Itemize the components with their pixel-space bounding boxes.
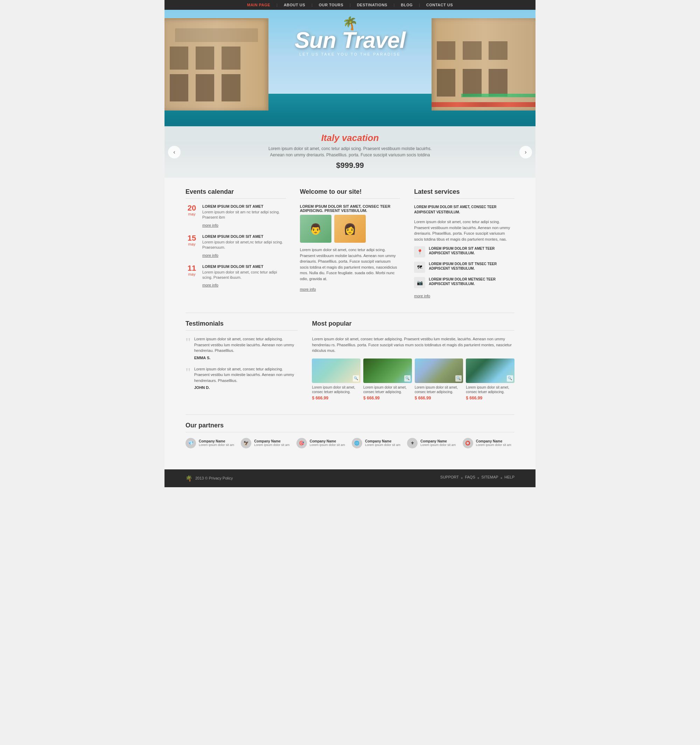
person-image-1: 👨 bbox=[300, 215, 331, 243]
event-more-info-2[interactable]: more info bbox=[202, 253, 219, 257]
footer-logo-icon: 🌴 bbox=[186, 475, 192, 482]
partner-item-4: 🌐 Company Name Lorem ipsum dolor sit am bbox=[352, 438, 403, 449]
testimonial-item-1: " Lorem ipsum dolor sit amet, consec tet… bbox=[186, 336, 298, 360]
partner-item-2: 🦅 Company Name Lorem ipsum dolor sit am bbox=[241, 438, 292, 449]
event-content-1: LOREM IPSUM DOLOR SIT AMET Lorem ipsum d… bbox=[202, 204, 286, 228]
event-month-1: may bbox=[186, 212, 198, 216]
welcome-intro-bold: LOREM IPSUM DOLOR SIT AMET, CONSEC TEER … bbox=[300, 204, 400, 212]
slide-title: Italy vacation bbox=[192, 133, 508, 144]
event-item-2: 15 may LOREM IPSUM DOLOR SIT AMET Lorem … bbox=[186, 234, 286, 258]
divider-1 bbox=[186, 313, 514, 313]
navigation: MAIN PAGE | ABOUT US | OUR TOURS | DESTI… bbox=[165, 0, 535, 10]
nav-main-page[interactable]: MAIN PAGE bbox=[241, 0, 276, 10]
service-icon-2: 🗺 bbox=[414, 262, 425, 273]
popular-price-1: $ 666.99 bbox=[312, 396, 361, 401]
footer-link-sitemap[interactable]: SITEMAP bbox=[481, 475, 498, 481]
services-body: Lorem ipsum dolor sit amet, conc tetur a… bbox=[414, 219, 514, 242]
partner-name-1: Company Name bbox=[199, 439, 234, 443]
services-more-info[interactable]: more info bbox=[414, 294, 430, 298]
popular-card-1: 🔍 Lorem ipsum dolor sit amet, consec tet… bbox=[312, 359, 361, 401]
event-month-2: may bbox=[186, 242, 198, 246]
event-date-1: 20 may bbox=[186, 204, 198, 216]
footer-sep-3: • bbox=[501, 475, 503, 481]
nav-destinations[interactable]: DESTINATIONS bbox=[351, 0, 394, 10]
partner-name-6: Company Name bbox=[476, 439, 511, 443]
nav-blog[interactable]: BLOG bbox=[394, 0, 419, 10]
partner-info-1: Company Name Lorem ipsum dolor sit am bbox=[199, 439, 234, 447]
event-more-info-1[interactable]: more info bbox=[202, 223, 219, 227]
zoom-icon-4[interactable]: 🔍 bbox=[507, 375, 513, 381]
service-text-3: LOREM IPSUM DOLOR METNSEC TEER ADIPISCEN… bbox=[429, 277, 514, 286]
event-text-1: Lorem ipsum dolor sit am nc tetur adipi … bbox=[202, 209, 286, 220]
testimonial-author-1: EMMA S. bbox=[194, 356, 298, 360]
services-title: Latest services bbox=[414, 188, 514, 199]
partner-logo-2: 🦅 bbox=[241, 438, 251, 449]
event-date-2: 15 may bbox=[186, 234, 198, 246]
welcome-image-2: 👩 bbox=[334, 215, 366, 243]
testimonial-item-2: " Lorem ipsum dolor sit amet, consec tet… bbox=[186, 366, 298, 390]
service-item-2: 🗺 LOREM IPSUM DOLOR SIT TNSEC TEER ADIPI… bbox=[414, 262, 514, 273]
events-title: Events calendar bbox=[186, 188, 286, 199]
partner-info-2: Company Name Lorem ipsum dolor sit am bbox=[254, 439, 289, 447]
partner-text-6: Lorem ipsum dolor sit am bbox=[476, 443, 511, 447]
testimonial-content-2: Lorem ipsum dolor sit amet, consec tetur… bbox=[194, 366, 298, 390]
event-title-1: LOREM IPSUM DOLOR SIT AMET bbox=[202, 204, 286, 208]
welcome-section: Welcome to our site! LOREM IPSUM DOLOR S… bbox=[300, 188, 400, 299]
popular-card-4: 🔍 Lorem ipsum dolor sit amet, consec tet… bbox=[466, 359, 514, 401]
service-text-1: LOREM IPSUM DOLOR SIT AMET TEER ADIPISCE… bbox=[429, 246, 514, 255]
service-icon-1: 📍 bbox=[414, 246, 425, 257]
footer: 🌴 2013 © Privacy Policy SUPPORT • FAQS •… bbox=[165, 470, 535, 487]
popular-card-title-4: Lorem ipsum dolor sit amet, consec tetue… bbox=[466, 385, 514, 394]
zoom-icon-3[interactable]: 🔍 bbox=[455, 375, 462, 381]
partner-text-4: Lorem ipsum dolor sit am bbox=[365, 443, 400, 447]
nav-about-us[interactable]: ABOUT US bbox=[277, 0, 312, 10]
testimonial-text-1: Lorem ipsum dolor sit amet, consec tetur… bbox=[194, 336, 298, 354]
slide-caption: ‹ Italy vacation Lorem ipsum dolor sit a… bbox=[165, 126, 535, 178]
service-text-2: LOREM IPSUM DOLOR SIT TNSEC TEER ADIPISC… bbox=[429, 262, 514, 271]
partners-title: Our partners bbox=[186, 422, 514, 432]
footer-link-help[interactable]: HELP bbox=[504, 475, 514, 481]
slide-next-button[interactable]: › bbox=[519, 146, 532, 159]
slide-prev-button[interactable]: ‹ bbox=[168, 146, 181, 159]
partner-text-3: Lorem ipsum dolor sit am bbox=[310, 443, 345, 447]
popular-title: Most popular bbox=[312, 320, 514, 331]
popular-intro: Lorem ipsum dolor sit amet, consec tetue… bbox=[312, 336, 514, 354]
partner-text-5: Lorem ipsum dolor sit am bbox=[420, 443, 456, 447]
event-content-3: LOREM IPSUM DOLOR SIT AMET Lorem ipsum d… bbox=[202, 265, 286, 288]
popular-card-2: 🔍 Lorem ipsum dolor sit amet, consec tet… bbox=[363, 359, 412, 401]
footer-left: 🌴 2013 © Privacy Policy bbox=[186, 475, 233, 482]
nav-contact-us[interactable]: CONTACT US bbox=[420, 0, 459, 10]
partner-name-3: Company Name bbox=[310, 439, 345, 443]
event-day-3: 11 bbox=[186, 265, 198, 272]
welcome-more-info[interactable]: more info bbox=[300, 287, 316, 291]
nav-our-tours[interactable]: OUR TOURS bbox=[313, 0, 350, 10]
divider-2 bbox=[186, 414, 514, 415]
person-image-2: 👩 bbox=[334, 215, 366, 243]
testimonials-title: Testimonials bbox=[186, 320, 298, 331]
event-date-3: 11 may bbox=[186, 265, 198, 276]
partner-logo-4: 🌐 bbox=[352, 438, 362, 449]
partners-section: Our partners 💎 Company Name Lorem ipsum … bbox=[186, 422, 514, 449]
popular-image-1: 🔍 bbox=[312, 359, 361, 383]
zoom-icon-1[interactable]: 🔍 bbox=[353, 375, 359, 381]
popular-price-2: $ 666.99 bbox=[363, 396, 412, 401]
popular-card-3: 🔍 Lorem ipsum dolor sit amet, consec tet… bbox=[415, 359, 463, 401]
partners-grid: 💎 Company Name Lorem ipsum dolor sit am … bbox=[186, 438, 514, 449]
brand-title: Sun Travel bbox=[295, 29, 405, 51]
footer-link-support[interactable]: SUPPORT bbox=[440, 475, 459, 481]
quote-icon-2: " bbox=[186, 366, 191, 390]
partner-item-3: 🎯 Company Name Lorem ipsum dolor sit am bbox=[297, 438, 348, 449]
testimonial-text-2: Lorem ipsum dolor sit amet, consec tetur… bbox=[194, 366, 298, 384]
brand-subtitle: LET US TAKE YOU TO THE PARADISE bbox=[295, 52, 405, 56]
service-item-3: 📷 LOREM IPSUM DOLOR METNSEC TEER ADIPISC… bbox=[414, 277, 514, 288]
event-more-info-3[interactable]: more info bbox=[202, 283, 219, 287]
popular-card-title-1: Lorem ipsum dolor sit amet, consec tetue… bbox=[312, 385, 361, 394]
popular-price-3: $ 666.99 bbox=[415, 396, 463, 401]
footer-link-faqs[interactable]: FAQS bbox=[465, 475, 475, 481]
partner-logo-1: 💎 bbox=[186, 438, 196, 449]
zoom-icon-2[interactable]: 🔍 bbox=[404, 375, 411, 381]
welcome-title: Welcome to our site! bbox=[300, 188, 400, 199]
testimonials-section: Testimonials " Lorem ipsum dolor sit ame… bbox=[186, 320, 298, 401]
popular-image-4: 🔍 bbox=[466, 359, 514, 383]
partner-name-5: Company Name bbox=[420, 439, 456, 443]
